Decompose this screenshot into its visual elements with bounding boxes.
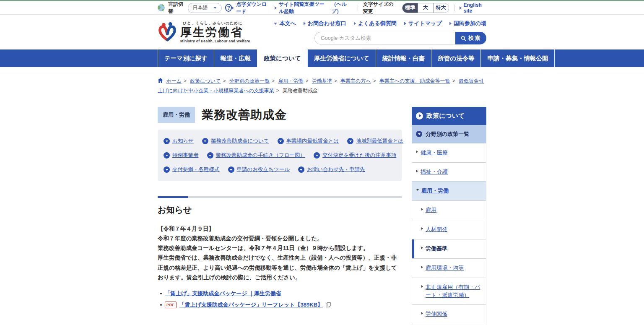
sidebar-item-health[interactable]: 健康・医療: [412, 143, 486, 163]
text-size-large-button[interactable]: 大: [418, 3, 433, 13]
anchor-link-contact[interactable]: お問い合わせ先・申請先: [298, 166, 365, 173]
text-size-standard-button[interactable]: 標準: [402, 3, 418, 13]
arrow-right-icon: [421, 247, 423, 249]
wage-package-link[interactable]: 「賃上げ」支援助成金パッケージ ｜厚生労働省: [165, 290, 281, 297]
news-section: お知らせ 【令和７年４月９日】 令和７年度の業務改善助成金の交付要綱・要領を公開…: [158, 196, 402, 325]
arrow-right-icon: [449, 22, 452, 25]
chevron-down-icon: [213, 7, 217, 9]
nav-item-themes[interactable]: テーマ別に探す: [158, 49, 214, 67]
language-switch-label: 言語切替: [168, 1, 184, 15]
sidebar-item-employment-environment[interactable]: 雇用環境・均等: [412, 259, 486, 278]
home-icon: [158, 78, 163, 83]
braille-download-link[interactable]: 点字ダウンロード: [232, 1, 270, 15]
anchor-link-procedure[interactable]: 業務改善助成金の手続き（フロー図）: [207, 152, 306, 159]
anchor-link-workplace-minwage[interactable]: 事業場内最低賃金とは: [278, 138, 339, 145]
help-button[interactable]: ?: [225, 4, 232, 12]
anchor-link-tools[interactable]: 申請のお役立ちツール: [228, 166, 290, 173]
anchor-down-icon: [278, 138, 284, 144]
sidebar-item-welfare[interactable]: 福祉・介護: [412, 163, 486, 182]
news-entry: 【令和７年４月９日】 令和７年度の業務改善助成金の交付要綱・要領を公開しました。…: [158, 224, 402, 309]
anchor-link-news[interactable]: お知らせ: [164, 138, 194, 145]
policy-sidebar: 政策について 分野別の政策一覧 健康・医療 福祉・介護 雇用・労働 雇用 人材開…: [412, 107, 486, 325]
arrow-right-icon: [275, 6, 277, 10]
anchor-link-forms[interactable]: 交付要綱・各種様式: [164, 166, 220, 173]
search-input[interactable]: [314, 32, 455, 44]
text-size-group: 標準 大 特大: [402, 3, 449, 13]
sidebar-item-labour-relations[interactable]: 労使関係: [412, 305, 486, 324]
external-link-icon: [326, 302, 331, 307]
wage-package-leaflet-link[interactable]: 「賃上げ支援助成金パッケージ」リーフレット【389KB】: [179, 301, 323, 309]
text-size-label: 文字サイズの変更: [363, 1, 397, 15]
sidebar-item-employment[interactable]: 雇用: [412, 201, 486, 220]
anchor-down-icon: [164, 152, 170, 159]
faq-link[interactable]: よくある御質問: [354, 20, 397, 27]
nav-item-press[interactable]: 報道・広報: [214, 49, 257, 67]
arrow-right-icon: [416, 151, 418, 153]
divider: [358, 5, 358, 11]
anchor-down-icon: [207, 152, 213, 159]
globe-icon: [158, 4, 165, 11]
arrow-right-icon: [421, 227, 423, 230]
sidebar-item-labour-standards[interactable]: 労働基準: [412, 239, 486, 259]
text-size-xlarge-button[interactable]: 特大: [433, 3, 449, 13]
breadcrumb-link[interactable]: 労働基準: [312, 78, 332, 84]
arrow-down-icon: [416, 189, 419, 191]
site-header: ひと、くらし、みらいのために 厚生労働省 Ministry of Health,…: [0, 15, 644, 49]
arrow-right-icon: [304, 22, 306, 25]
news-text: 業務改善助成金コールセンターは、令和７年４月11日（金）９時から開設します。: [158, 243, 402, 253]
news-heading: お知らせ: [158, 204, 402, 216]
header-quick-links: 本文へ お問合わせ窓口 よくある御質問 サイトマップ 国民参加の場: [274, 20, 486, 27]
breadcrumb-link[interactable]: 政策について: [190, 78, 221, 84]
arrow-right-icon: [404, 22, 406, 25]
site-subtitle: Ministry of Health, Labour and Welfare: [180, 39, 250, 43]
anchor-link-regional-minwage[interactable]: 地域別最低賃金とは: [347, 138, 403, 145]
nav-item-statistics[interactable]: 統計情報・白書: [376, 49, 431, 67]
search-button[interactable]: 検索: [455, 32, 486, 44]
language-select[interactable]: 日本語: [188, 3, 222, 13]
breadcrumb-link[interactable]: 雇用・労働: [278, 78, 303, 84]
sidebar-item-employment-labour[interactable]: 雇用・労働: [412, 182, 486, 201]
nav-item-applications[interactable]: 申請・募集・情報公開: [480, 49, 555, 67]
arrow-down-icon: [274, 23, 277, 25]
language-select-value: 日本語: [192, 4, 208, 11]
sidebar-item-non-regular-employment[interactable]: 非正規雇用（有期・パート・派遣労働）: [412, 278, 486, 305]
nav-item-policies[interactable]: 政策について: [257, 49, 307, 67]
arrow-right-icon: [354, 22, 356, 25]
anchor-down-icon: [164, 138, 170, 144]
mhlw-logo-icon: [158, 22, 177, 42]
sidebar-header-policies[interactable]: 政策について: [412, 107, 486, 125]
breadcrumb-home[interactable]: ホーム: [166, 78, 182, 84]
anchor-down-icon: [347, 138, 353, 144]
anchor-link-special-business[interactable]: 特例事業者: [164, 152, 199, 159]
public-participation-link[interactable]: 国民参加の場: [449, 20, 486, 27]
main-content: 雇用・労働 業務改善助成金 お知らせ 業務改善助成金について 事業場内最低賃金と…: [158, 107, 402, 325]
utility-bar: 言語切替 日本語 ? 点字ダウンロード サイト閲覧支援ツール起動 （ヘルプ） 文…: [0, 1, 644, 15]
list-item: PDF 「賃上げ支援助成金パッケージ」リーフレット【389KB】: [160, 301, 402, 309]
arrow-right-icon: [421, 266, 423, 268]
news-date: 【令和７年４月９日】: [158, 224, 402, 234]
anchor-links-box: お知らせ 業務改善助成金について 事業場内最低賃金とは 地域別最低賃金とは 特例…: [158, 130, 402, 181]
breadcrumb: ホーム> 政策について> 分野別の政策一覧> 雇用・労働> 労働基準> 事業主の…: [158, 76, 486, 96]
sidebar-item-hr-development[interactable]: 人材開発: [412, 220, 486, 239]
breadcrumb-link[interactable]: 事業主の方へ: [340, 78, 371, 84]
mhlw-logo[interactable]: ひと、くらし、みらいのために 厚生労働省 Ministry of Health,…: [158, 21, 250, 43]
sitemap-link[interactable]: サイトマップ: [404, 20, 442, 27]
contact-window-link[interactable]: お問合わせ窓口: [304, 20, 346, 27]
breadcrumb-link[interactable]: 分野別の政策一覧: [229, 78, 270, 84]
to-main-content-link[interactable]: 本文へ: [274, 20, 296, 27]
breadcrumb-link[interactable]: 事業主への支援、助成金等一覧: [379, 78, 450, 84]
support-tool-link[interactable]: サイト閲覧支援ツール起動: [275, 1, 329, 15]
anchor-link-post-grant-notes[interactable]: 交付決定を受けた後の注意事項: [314, 152, 396, 159]
anchor-down-icon: [164, 166, 170, 173]
news-text: 令和７年度の業務改善助成金の交付要綱・要領を公開しました。: [158, 234, 402, 243]
nav-item-laws[interactable]: 所管の法令等: [431, 49, 480, 67]
anchor-link-about[interactable]: 業務改善助成金について: [202, 138, 269, 145]
section-divider: [158, 196, 402, 198]
english-site-link[interactable]: English site: [460, 2, 486, 14]
nav-item-about-mhlw[interactable]: 厚生労働省について: [307, 49, 376, 67]
sidebar-subheader-policy-list[interactable]: 分野別の政策一覧: [412, 125, 486, 143]
list-item: 「賃上げ」支援助成金パッケージ ｜厚生労働省: [160, 290, 402, 297]
play-icon: [416, 112, 423, 120]
support-tool-help-link[interactable]: （ヘルプ）: [331, 1, 353, 15]
search-icon: [461, 36, 466, 41]
